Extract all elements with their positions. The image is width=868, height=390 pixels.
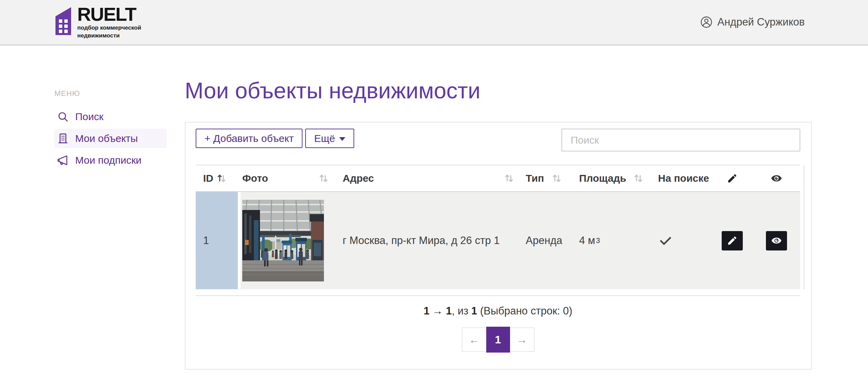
megaphone-icon — [57, 155, 69, 166]
sidebar-item-my-subscriptions[interactable]: Мои подписки — [54, 150, 167, 170]
area-value: 4 м — [579, 234, 595, 247]
summary-arrow: → — [432, 305, 443, 317]
sort-icon — [551, 173, 562, 184]
pagination-summary: 1 → 1, из 1 (Выбрано строк: 0) — [196, 305, 800, 317]
top-header: RUELT подбор коммерческой недвижимости А… — [0, 0, 868, 46]
search-icon — [57, 111, 69, 123]
column-header-address[interactable]: Адрес — [332, 173, 518, 184]
column-header-id[interactable]: ID — [196, 173, 241, 184]
chevron-down-icon — [339, 137, 345, 141]
logo-text: RUELT подбор коммерческой недвижимости — [77, 5, 141, 39]
next-page-button[interactable]: → — [510, 328, 534, 351]
user-name: Андрей Суржиков — [717, 16, 805, 28]
pencil-icon — [727, 173, 738, 184]
prev-page-button[interactable]: ← — [462, 328, 486, 351]
row-view-cell — [753, 192, 800, 289]
summary-total: 1 — [471, 305, 477, 317]
row-photo-cell — [241, 192, 332, 289]
sort-icon — [633, 173, 644, 184]
view-button[interactable] — [766, 231, 787, 250]
sidebar-item-label: Мои объекты — [75, 133, 138, 144]
row-id-cell[interactable]: 1 — [196, 192, 241, 289]
column-label: Площадь — [579, 173, 626, 184]
sidebar-item-label: Поиск — [75, 111, 103, 123]
building-icon — [57, 133, 69, 144]
brand-tagline-line1: подбор коммерческой — [77, 25, 141, 31]
brand-name: RUELT — [77, 5, 141, 23]
column-label: ID — [203, 173, 213, 184]
eye-icon — [771, 235, 782, 246]
user-circle-icon — [700, 16, 713, 29]
add-object-label: + Добавить объект — [204, 133, 294, 144]
menu-section-label: МЕНЮ — [54, 89, 185, 98]
pager: ← 1 → — [462, 327, 535, 352]
objects-card: + Добавить объект Ещё ID — [185, 122, 812, 370]
sidebar-item-search[interactable]: Поиск — [54, 107, 167, 126]
area-superscript: 3 — [596, 236, 600, 245]
edit-button[interactable] — [722, 231, 743, 250]
summary-to: 1 — [446, 305, 452, 317]
property-photo[interactable] — [242, 200, 324, 281]
sort-icon — [318, 173, 329, 184]
summary-from: 1 — [424, 305, 429, 317]
user-menu[interactable]: Андрей Суржиков — [700, 16, 805, 29]
column-label: Тип — [526, 173, 544, 184]
ruelt-logo[interactable]: RUELT подбор коммерческой недвижимости — [55, 5, 141, 39]
arrow-right-icon: → — [517, 334, 527, 346]
page-title: Мои объекты недвижимости — [185, 78, 812, 103]
table-search-input[interactable] — [561, 129, 800, 151]
column-label: Фото — [242, 173, 268, 184]
arrow-left-icon: ← — [469, 334, 480, 346]
sidebar: МЕНЮ Поиск Мои объекты — [0, 46, 185, 370]
pencil-icon — [727, 235, 738, 246]
toolbar-buttons: + Добавить объект Ещё — [196, 129, 354, 148]
table-header-row: ID Фото Адрес — [196, 165, 800, 192]
sort-icon — [504, 173, 514, 184]
add-object-button[interactable]: + Добавить объект — [196, 129, 302, 148]
summary-separator: , из — [452, 305, 471, 317]
summary-selected-rows: (Выбрано строк: 0) — [477, 305, 572, 317]
column-label: Адрес — [343, 173, 374, 184]
sort-icon — [216, 173, 227, 184]
row-area-cell: 4 м3 — [566, 192, 647, 289]
column-header-area[interactable]: Площадь — [566, 173, 647, 184]
check-icon — [658, 233, 673, 248]
pager-container: ← 1 → — [196, 327, 800, 352]
main-content: Мои объекты недвижимости + Добавить объе… — [185, 46, 868, 370]
eye-icon — [771, 173, 782, 184]
table-bottom-divider — [196, 295, 800, 296]
row-type-cell: Аренда — [518, 192, 566, 289]
sidebar-item-my-objects[interactable]: Мои объекты — [54, 129, 167, 148]
building-logo-icon — [55, 7, 71, 35]
row-on-search-cell — [647, 192, 712, 289]
table-row: 1 — [196, 192, 800, 290]
column-header-type[interactable]: Тип — [518, 173, 566, 184]
objects-table: ID Фото Адрес — [196, 165, 800, 296]
column-label: На поиске — [658, 173, 709, 184]
sidebar-item-label: Мои подписки — [75, 155, 142, 166]
page-1-button[interactable]: 1 — [486, 327, 510, 353]
row-address-cell: г Москва, пр-кт Мира, д 26 стр 1 — [332, 192, 518, 289]
toolbar: + Добавить объект Ещё — [196, 129, 800, 151]
more-button[interactable]: Ещё — [305, 129, 354, 148]
brand-tagline-line2: недвижимости — [77, 32, 141, 39]
column-header-photo[interactable]: Фото — [241, 173, 332, 184]
more-label: Ещё — [314, 133, 335, 144]
column-header-view — [753, 173, 800, 184]
row-edit-cell — [712, 192, 753, 289]
column-header-edit — [712, 173, 753, 184]
column-header-on-search: На поиске — [647, 173, 712, 184]
